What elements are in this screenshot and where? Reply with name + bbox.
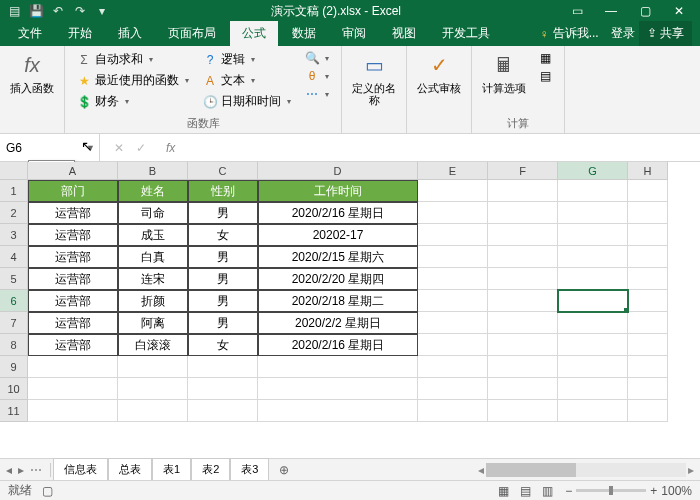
cell-E9[interactable] bbox=[418, 356, 488, 378]
cell-G3[interactable] bbox=[558, 224, 628, 246]
cell-C10[interactable] bbox=[188, 378, 258, 400]
cell-D9[interactable] bbox=[258, 356, 418, 378]
cell-G11[interactable] bbox=[558, 400, 628, 422]
cell-D3[interactable]: 20202-17 bbox=[258, 224, 418, 246]
cell-H5[interactable] bbox=[628, 268, 668, 290]
save-icon[interactable]: 💾 bbox=[26, 4, 46, 18]
minimize-icon[interactable]: — bbox=[594, 4, 628, 18]
sheet-nav-more-icon[interactable]: ⋯ bbox=[30, 463, 42, 477]
cell-F4[interactable] bbox=[488, 246, 558, 268]
cell-D2[interactable]: 2020/2/16 星期日 bbox=[258, 202, 418, 224]
page-break-view-icon[interactable]: ▥ bbox=[538, 484, 557, 498]
col-header-F[interactable]: F bbox=[488, 162, 558, 180]
cell-C5[interactable]: 男 bbox=[188, 268, 258, 290]
cell-E7[interactable] bbox=[418, 312, 488, 334]
name-box[interactable]: ▼ ↖ 名称框 bbox=[0, 134, 100, 161]
undo-icon[interactable]: ↶ bbox=[48, 4, 68, 18]
row-header-10[interactable]: 10 bbox=[0, 378, 28, 400]
calc-now-button[interactable]: ▦ bbox=[534, 50, 556, 66]
cell-E3[interactable] bbox=[418, 224, 488, 246]
tab-数据[interactable]: 数据 bbox=[280, 21, 328, 46]
cell-G9[interactable] bbox=[558, 356, 628, 378]
signin[interactable]: 登录 bbox=[611, 25, 635, 42]
financial-button[interactable]: 💲财务▾ bbox=[73, 92, 193, 111]
cell-A7[interactable]: 运营部 bbox=[28, 312, 118, 334]
tab-文件[interactable]: 文件 bbox=[6, 21, 54, 46]
row-header-4[interactable]: 4 bbox=[0, 246, 28, 268]
insert-function-button[interactable]: fx 插入函数 bbox=[8, 50, 56, 94]
more-functions-button[interactable]: ⋯▾ bbox=[301, 86, 333, 102]
text-button[interactable]: A文本▾ bbox=[199, 71, 295, 90]
cell-E4[interactable] bbox=[418, 246, 488, 268]
cell-E2[interactable] bbox=[418, 202, 488, 224]
cell-F1[interactable] bbox=[488, 180, 558, 202]
cell-B5[interactable]: 连宋 bbox=[118, 268, 188, 290]
cell-F5[interactable] bbox=[488, 268, 558, 290]
cell-F2[interactable] bbox=[488, 202, 558, 224]
cell-H11[interactable] bbox=[628, 400, 668, 422]
cell-B1[interactable]: 姓名 bbox=[118, 180, 188, 202]
cell-H3[interactable] bbox=[628, 224, 668, 246]
col-header-G[interactable]: G bbox=[558, 162, 628, 180]
cell-C1[interactable]: 性别 bbox=[188, 180, 258, 202]
cell-C3[interactable]: 女 bbox=[188, 224, 258, 246]
cell-D6[interactable]: 2020/2/18 星期二 bbox=[258, 290, 418, 312]
close-icon[interactable]: ✕ bbox=[662, 4, 696, 18]
cell-G2[interactable] bbox=[558, 202, 628, 224]
logical-button[interactable]: ?逻辑▾ bbox=[199, 50, 295, 69]
cell-B10[interactable] bbox=[118, 378, 188, 400]
cell-B9[interactable] bbox=[118, 356, 188, 378]
cell-A6[interactable]: 运营部 bbox=[28, 290, 118, 312]
tab-开发工具[interactable]: 开发工具 bbox=[430, 21, 502, 46]
cell-H8[interactable] bbox=[628, 334, 668, 356]
hscroll-right-icon[interactable]: ▸ bbox=[688, 463, 694, 477]
calc-sheet-button[interactable]: ▤ bbox=[534, 68, 556, 84]
normal-view-icon[interactable]: ▦ bbox=[494, 484, 513, 498]
cell-B11[interactable] bbox=[118, 400, 188, 422]
cell-B2[interactable]: 司命 bbox=[118, 202, 188, 224]
horizontal-scrollbar[interactable] bbox=[486, 463, 686, 477]
cell-D8[interactable]: 2020/2/16 星期日 bbox=[258, 334, 418, 356]
cell-D1[interactable]: 工作时间 bbox=[258, 180, 418, 202]
name-box-dropdown-icon[interactable]: ▼ bbox=[86, 143, 95, 153]
col-header-D[interactable]: D bbox=[258, 162, 418, 180]
cell-A10[interactable] bbox=[28, 378, 118, 400]
recent-functions-button[interactable]: ★最近使用的函数▾ bbox=[73, 71, 193, 90]
cell-E11[interactable] bbox=[418, 400, 488, 422]
cell-B4[interactable]: 白真 bbox=[118, 246, 188, 268]
row-header-11[interactable]: 11 bbox=[0, 400, 28, 422]
select-all-corner[interactable] bbox=[0, 162, 28, 180]
cell-H2[interactable] bbox=[628, 202, 668, 224]
cell-E5[interactable] bbox=[418, 268, 488, 290]
col-header-H[interactable]: H bbox=[628, 162, 668, 180]
cell-H10[interactable] bbox=[628, 378, 668, 400]
cell-B3[interactable]: 成玉 bbox=[118, 224, 188, 246]
cell-C2[interactable]: 男 bbox=[188, 202, 258, 224]
tab-开始[interactable]: 开始 bbox=[56, 21, 104, 46]
cell-F11[interactable] bbox=[488, 400, 558, 422]
cell-H7[interactable] bbox=[628, 312, 668, 334]
cell-B8[interactable]: 白滚滚 bbox=[118, 334, 188, 356]
defined-names-button[interactable]: ▭ 定义的名称 bbox=[350, 50, 398, 106]
cell-C9[interactable] bbox=[188, 356, 258, 378]
row-header-9[interactable]: 9 bbox=[0, 356, 28, 378]
cell-H9[interactable] bbox=[628, 356, 668, 378]
cell-G10[interactable] bbox=[558, 378, 628, 400]
sheet-tab-表2[interactable]: 表2 bbox=[191, 458, 230, 482]
cell-A5[interactable]: 运营部 bbox=[28, 268, 118, 290]
fx-label-icon[interactable]: fx bbox=[160, 141, 181, 155]
cell-H1[interactable] bbox=[628, 180, 668, 202]
zoom-slider[interactable] bbox=[576, 489, 646, 492]
cell-D4[interactable]: 2020/2/15 星期六 bbox=[258, 246, 418, 268]
col-header-E[interactable]: E bbox=[418, 162, 488, 180]
tell-me[interactable]: 告诉我... bbox=[553, 25, 599, 42]
cell-G7[interactable] bbox=[558, 312, 628, 334]
cell-A4[interactable]: 运营部 bbox=[28, 246, 118, 268]
qat-more-icon[interactable]: ▾ bbox=[92, 4, 112, 18]
col-header-A[interactable]: A bbox=[28, 162, 118, 180]
cell-C7[interactable]: 男 bbox=[188, 312, 258, 334]
cell-D10[interactable] bbox=[258, 378, 418, 400]
formula-bar-input[interactable] bbox=[181, 141, 700, 155]
calc-options-button[interactable]: 🖩 计算选项 bbox=[480, 50, 528, 94]
lookup-button[interactable]: 🔍▾ bbox=[301, 50, 333, 66]
